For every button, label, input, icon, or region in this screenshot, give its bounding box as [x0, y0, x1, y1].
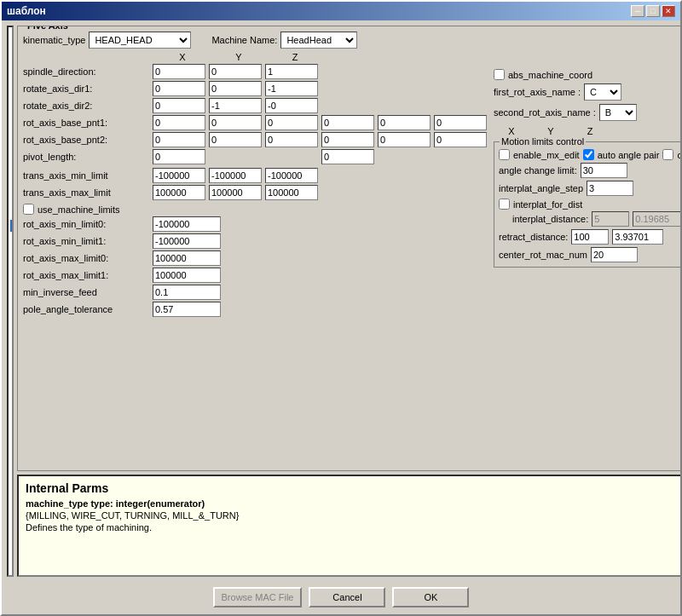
pivot-length-val2[interactable]: [321, 149, 374, 164]
pnt2-x2[interactable]: [321, 132, 374, 147]
retract-distance-val[interactable]: [571, 229, 609, 245]
enable-mx-edit-label: enable_mx_edit: [513, 150, 580, 160]
info-subtitle: machine_type type: integer(enumerator): [26, 498, 680, 509]
spindle-direction-label: spindle_direction:: [23, 66, 149, 77]
rot-min1-row: rot_axis_min_limit1:: [23, 233, 487, 249]
kinematic-type-select[interactable]: HEAD_HEAD HEAD_TABLE TABLE_TABLE: [89, 32, 191, 49]
rot-dir1-y[interactable]: [209, 81, 262, 96]
trans-min-y[interactable]: [209, 168, 262, 183]
info-pane-container: Internal Parms machine_type type: intege…: [17, 475, 680, 577]
x-sub: X: [494, 126, 529, 136]
trans-min-z[interactable]: [265, 168, 318, 183]
sidebar-item-part-options[interactable]: — Part Options: [10, 184, 14, 196]
rot-min1-val[interactable]: [153, 233, 221, 249]
sidebar-item-internal-parameters[interactable]: — Internal Parameters: [10, 41, 14, 53]
browse-mac-file-button[interactable]: Browse MAC File: [213, 587, 303, 607]
sidebar-item-timing[interactable]: — Timing: [10, 172, 14, 184]
center-rot-mac-val[interactable]: [591, 247, 638, 262]
spindle-x[interactable]: [153, 64, 205, 79]
button-bar: Browse MAC File Cancel OK: [2, 582, 680, 614]
enable-mx-edit-checkbox[interactable]: [499, 149, 510, 160]
info-title: Internal Parms: [26, 481, 680, 495]
pnt1-x2[interactable]: [321, 115, 374, 130]
rot-axis-base-pnt1-row: rot_axis_base_pnt1:: [23, 115, 487, 130]
interplat-distance-val[interactable]: [592, 211, 629, 227]
machine-name-select[interactable]: HeadHead: [280, 32, 357, 49]
sidebar-item-program-numbers[interactable]: — Program Numbers: [10, 65, 14, 77]
rot-min0-val[interactable]: [153, 216, 221, 232]
rot-dir1-x[interactable]: [153, 81, 205, 96]
auto-angle-pair-checkbox[interactable]: [583, 149, 594, 160]
trans-min-x[interactable]: [153, 168, 205, 183]
sidebar-item-epsilon-values[interactable]: — Epsilon Values: [10, 148, 14, 160]
pivot-length-val[interactable]: [153, 149, 205, 164]
rot-max1-row: rot_axis_max_limit1:: [23, 268, 487, 283]
sidebar-item-five-axis[interactable]: — Five Axis: [10, 220, 14, 232]
first-rot-axis-select[interactable]: A B C: [584, 83, 621, 101]
sidebar-item-procedures-control[interactable]: — Procedures Control: [10, 77, 14, 89]
rot-dir1-z[interactable]: [265, 81, 318, 96]
interplat-distance-val2[interactable]: [633, 211, 680, 227]
x-header: X: [156, 52, 209, 62]
interplat-angle-step-val[interactable]: [587, 181, 633, 196]
second-rot-axis-select[interactable]: A B C: [599, 104, 637, 121]
cancel-button[interactable]: Cancel: [309, 587, 385, 607]
close-button[interactable]: ✕: [662, 5, 675, 17]
sidebar-item-arc-definitions[interactable]: — Arc Definitions: [10, 136, 14, 148]
sidebar-item-job-options[interactable]: — Job Options: [10, 196, 14, 208]
trans-max-z[interactable]: [265, 185, 318, 200]
pnt2-y2[interactable]: [378, 132, 431, 147]
sidebar-item-machine-initialize[interactable]: — Machine Initialize: [10, 53, 14, 65]
ok-button[interactable]: OK: [392, 587, 469, 607]
maximize-button[interactable]: □: [646, 5, 660, 17]
sidebar-item-drill-cycles[interactable]: — Drill Cycles: [10, 208, 14, 220]
right-col: abs_machine_coord first_rot_axis_name : …: [494, 69, 680, 268]
sidebar-item-feed-spin[interactable]: — Feed-Spin: [10, 160, 14, 172]
sidebar-item-positioning[interactable]: — Positioning: [10, 101, 14, 112]
trans-max-x[interactable]: [153, 185, 205, 200]
pnt1-x1[interactable]: [153, 115, 205, 130]
rot-max0-val[interactable]: [153, 250, 221, 266]
machine-name-label: Machine Name:: [211, 35, 277, 45]
other-angle-pair-checkbox[interactable]: [662, 149, 673, 160]
min-inverse-feed-val[interactable]: [153, 285, 221, 300]
use-machine-limits-checkbox[interactable]: [23, 204, 34, 215]
pnt1-z2[interactable]: [434, 115, 487, 130]
pnt2-z1[interactable]: [265, 132, 318, 147]
motion-limits-group: Motion limits control enable_mx_edit aut…: [494, 141, 680, 268]
enable-mx-row: enable_mx_edit auto angle pair other ang…: [499, 149, 680, 160]
pnt2-y1[interactable]: [209, 132, 262, 147]
angle-change-limit-val[interactable]: [581, 163, 627, 178]
pnt1-y2[interactable]: [378, 115, 431, 130]
spindle-y[interactable]: [209, 64, 262, 79]
trans-max-y[interactable]: [209, 185, 262, 200]
rot-dir2-y[interactable]: [209, 98, 262, 113]
trans-max-label: trans_axis_max_limit: [23, 187, 149, 198]
sidebar-item-line-definitions[interactable]: — Line Definitions: [10, 124, 14, 136]
sidebar-item-compensation[interactable]: — Compensation: [10, 112, 14, 124]
five-axis-legend: Five Axis: [25, 26, 71, 31]
rot-dir2-x[interactable]: [153, 98, 205, 113]
pnt1-z1[interactable]: [265, 115, 318, 130]
rot-axis-base-pnt1-label: rot_axis_base_pnt1:: [23, 118, 149, 128]
minimize-button[interactable]: ─: [631, 5, 644, 17]
min-inverse-feed-label: min_inverse_feed: [23, 287, 149, 297]
pnt2-x1[interactable]: [153, 132, 205, 147]
use-machine-limits-row: use_machine_limits: [23, 204, 487, 215]
spindle-z[interactable]: [265, 64, 318, 79]
rot-max1-label: rot_axis_max_limit1:: [23, 270, 149, 280]
window-title: шаблон: [7, 5, 46, 17]
interplat-for-dist-checkbox[interactable]: [499, 199, 510, 210]
abs-machine-coord-checkbox[interactable]: [494, 69, 505, 80]
pnt2-z2[interactable]: [434, 132, 487, 147]
rot-min0-label: rot_axis_min_limit0:: [23, 219, 149, 229]
rot-dir2-z[interactable]: [265, 98, 318, 113]
tree-root-mac[interactable]: ▤ MAC: [10, 29, 14, 41]
xyz-headers: X Y Z: [23, 52, 487, 62]
pole-angle-val[interactable]: [153, 302, 221, 317]
rot-max1-val[interactable]: [153, 268, 221, 283]
auto-angle-pair-label: auto angle pair: [598, 150, 660, 160]
retract-distance-val2[interactable]: [612, 229, 663, 245]
sidebar-item-home[interactable]: — Home: [10, 89, 14, 101]
pnt1-y1[interactable]: [209, 115, 262, 130]
